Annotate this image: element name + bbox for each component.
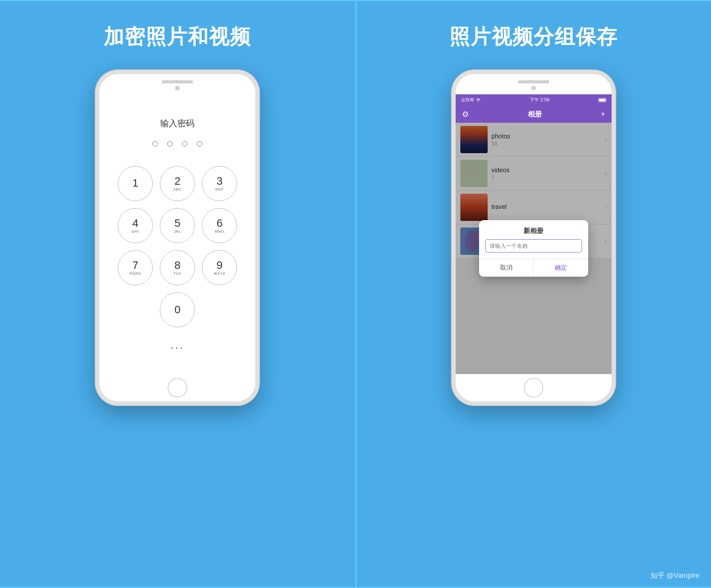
key-5[interactable]: 5 JKL — [160, 208, 195, 243]
key-4[interactable]: 4 GHI — [118, 208, 153, 243]
home-button-right[interactable] — [524, 378, 543, 397]
album-list: photos 18 › — [456, 123, 612, 374]
status-bar: 运营商 下午 2:56 — [456, 94, 612, 106]
right-panel-title: 照片视频分组保存 — [449, 23, 618, 51]
dialog-confirm-button[interactable]: 确定 — [534, 259, 588, 277]
key-8[interactable]: 8 TUV — [160, 250, 195, 285]
left-panel-title: 加密照片和视频 — [104, 23, 251, 51]
numpad: 1 2 ABC 3 DEF 4 GHI — [118, 166, 237, 327]
passcode-dots — [152, 141, 202, 147]
speaker — [162, 80, 193, 83]
key-0[interactable]: 0 — [160, 292, 195, 327]
speaker-right — [518, 80, 549, 83]
nav-bar: ⚙ 相册 + — [456, 106, 612, 123]
vol-down-button — [96, 158, 96, 173]
dialog-overlay: 新相册 取消 确定 — [456, 123, 612, 374]
vol-up-button — [96, 136, 96, 152]
dialog-input[interactable] — [485, 239, 582, 253]
right-panel: 照片视频分组保存 运营商 — [356, 0, 711, 588]
status-right — [598, 98, 606, 102]
passcode-prompt: 输入密码 — [160, 118, 195, 129]
passcode-ellipsis: ... — [171, 339, 184, 351]
dot-2 — [167, 141, 173, 147]
dot-1 — [152, 141, 158, 147]
key-3[interactable]: 3 DEF — [202, 166, 237, 201]
battery-fill — [599, 99, 605, 101]
key-6[interactable]: 6 MNO — [202, 208, 237, 243]
iphone-left: 输入密码 1 2 ABC — [96, 70, 259, 405]
camera-right — [531, 86, 536, 90]
watermark: 知乎 @Vampire — [651, 571, 699, 580]
dialog-buttons: 取消 确定 — [479, 259, 588, 277]
album-screen: 运营商 下午 2:56 — [456, 94, 612, 374]
carrier-label: 运营商 — [461, 97, 474, 103]
home-button-left[interactable] — [168, 378, 187, 397]
nav-title: 相册 — [528, 109, 542, 119]
dialog-title: 新相册 — [479, 220, 588, 239]
dot-4 — [197, 141, 202, 147]
iphone-screen-right: 运营商 下午 2:56 — [456, 94, 612, 374]
key-2[interactable]: 2 ABC — [160, 166, 195, 201]
dot-3 — [182, 141, 187, 147]
left-panel: 加密照片和视频 输入密码 1 — [0, 0, 356, 588]
key-7[interactable]: 7 PQRS — [118, 250, 153, 285]
dialog-cancel-button[interactable]: 取消 — [479, 259, 534, 277]
status-time: 下午 2:56 — [530, 97, 550, 103]
iphone-screen-left: 输入密码 1 2 ABC — [99, 94, 255, 374]
battery-icon — [598, 98, 606, 102]
vol-up-right — [452, 136, 453, 152]
side-button-right — [615, 144, 615, 168]
add-album-icon[interactable]: + — [601, 110, 605, 119]
guide-top — [0, 0, 711, 1]
vol-down-right — [452, 158, 453, 173]
status-left: 运营商 — [461, 97, 481, 103]
passcode-screen: 输入密码 1 2 ABC — [99, 94, 255, 374]
settings-icon[interactable]: ⚙ — [462, 109, 469, 119]
iphone-right: 运营商 下午 2:56 — [452, 70, 615, 405]
side-button — [258, 144, 259, 168]
key-1[interactable]: 1 — [118, 166, 153, 201]
camera — [175, 86, 180, 90]
dialog: 新相册 取消 确定 — [479, 220, 588, 277]
page-wrapper: 加密照片和视频 输入密码 1 — [0, 0, 711, 588]
key-9[interactable]: 9 WXYZ — [202, 250, 237, 285]
wifi-icon — [476, 97, 481, 103]
